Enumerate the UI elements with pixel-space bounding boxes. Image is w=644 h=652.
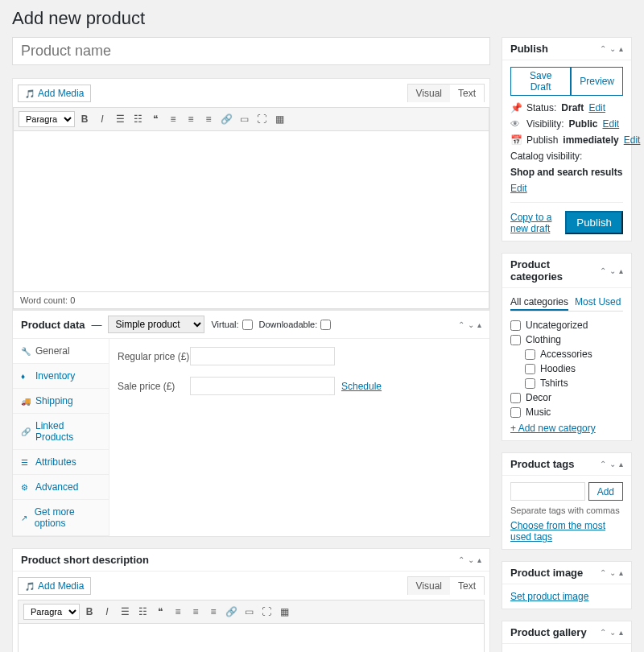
product-data-title: Product data [21,319,85,331]
bullet-list-icon[interactable]: ☰ [117,604,133,620]
caret-up-icon[interactable]: ▴ [619,44,623,53]
tab-get-more[interactable]: ↗Get more options [13,500,109,536]
quote-icon[interactable]: ❝ [147,111,163,127]
link-icon[interactable]: 🔗 [218,111,234,127]
toolbar-toggle-icon[interactable]: ▦ [271,111,287,127]
align-left-icon[interactable]: ≡ [170,604,186,620]
link-icon[interactable]: 🔗 [223,604,239,620]
caret-up-icon[interactable]: ▴ [477,555,481,564]
set-image-link[interactable]: Set product image [510,591,588,602]
fullscreen-icon[interactable]: ⛶ [254,111,270,127]
add-tag-button[interactable]: Add [588,482,623,501]
insert-more-icon[interactable]: ▭ [241,604,257,620]
chevron-down-icon[interactable]: ⌄ [609,44,616,53]
category-checkbox[interactable] [510,335,521,345]
chevron-up-icon[interactable]: ⌃ [600,460,606,468]
tag-input[interactable] [510,482,585,501]
product-type-select[interactable]: Simple product [108,316,204,333]
chevron-down-icon[interactable]: ⌄ [609,266,616,275]
italic-icon[interactable]: I [94,111,110,127]
tab-attributes[interactable]: ☰Attributes [13,450,109,475]
tab-all-categories[interactable]: All categories [510,295,568,311]
fullscreen-icon[interactable]: ⛶ [258,604,275,620]
save-draft-button[interactable]: Save Draft [510,67,571,96]
chevron-down-icon[interactable]: ⌄ [609,460,616,468]
downloadable-checkbox[interactable] [320,320,331,330]
align-left-icon[interactable]: ≡ [165,111,181,127]
content-editor[interactable] [13,131,489,292]
short-description-editor[interactable] [18,624,485,652]
calendar-icon: 📅 [510,134,522,146]
caret-up-icon[interactable]: ▴ [619,568,623,577]
quote-icon[interactable]: ❝ [152,604,168,620]
tab-visual[interactable]: Visual [408,85,450,102]
align-center-icon[interactable]: ≡ [188,604,204,620]
preview-button[interactable]: Preview [571,67,623,96]
chevron-up-icon[interactable]: ⌃ [458,555,464,564]
align-right-icon[interactable]: ≡ [200,111,217,127]
caret-up-icon[interactable]: ▴ [477,320,481,329]
short-description-title: Product short description [21,554,458,566]
category-checkbox[interactable] [525,349,535,360]
chevron-up-icon[interactable]: ⌃ [600,568,606,577]
align-right-icon[interactable]: ≡ [205,604,221,620]
chevron-down-icon[interactable]: ⌄ [609,568,616,577]
category-checkbox[interactable] [510,393,521,403]
format-select-short[interactable]: Paragraph [23,604,80,620]
gallery-title: Product gallery [510,626,600,638]
bold-icon[interactable]: B [76,111,93,127]
category-checkbox[interactable] [510,407,521,418]
sale-price-label: Sale price (£) [118,381,190,392]
product-name-input[interactable] [12,37,490,65]
chevron-up-icon[interactable]: ⌃ [600,44,606,53]
chevron-down-icon[interactable]: ⌄ [468,320,474,329]
choose-tags-link[interactable]: Choose from the most used tags [510,520,605,543]
add-new-category-link[interactable]: + Add new category [510,423,596,434]
tab-text[interactable]: Text [450,85,484,102]
tab-text-short[interactable]: Text [450,577,484,595]
tab-advanced[interactable]: ⚙Advanced [13,475,109,500]
bold-icon[interactable]: B [81,604,97,620]
chevron-up-icon[interactable]: ⌃ [600,266,606,275]
align-center-icon[interactable]: ≡ [183,111,199,127]
bullet-list-icon[interactable]: ☰ [112,111,128,127]
toolbar-toggle-icon[interactable]: ▦ [276,604,292,620]
regular-price-input[interactable] [190,347,335,365]
edit-date-link[interactable]: Edit [624,134,641,146]
category-item: Tshirts [510,376,623,390]
add-media-button-short[interactable]: Add Media [18,577,91,595]
tab-most-used[interactable]: Most Used [575,295,621,311]
tab-general[interactable]: 🔧General [13,339,109,364]
caret-up-icon[interactable]: ▴ [619,266,623,275]
virtual-checkbox[interactable] [242,320,253,330]
publish-button[interactable]: Publish [565,211,623,234]
numbered-list-icon[interactable]: ☷ [130,111,146,127]
edit-catalog-link[interactable]: Edit [510,183,527,194]
format-select[interactable]: Paragraph [19,111,75,127]
chevron-down-icon[interactable]: ⌄ [468,555,474,564]
sale-price-input[interactable] [190,377,335,395]
caret-up-icon[interactable]: ▴ [619,460,623,468]
chevron-down-icon[interactable]: ⌄ [609,628,616,637]
category-checkbox[interactable] [510,320,521,331]
tab-linked-products[interactable]: 🔗Linked Products [13,414,109,450]
add-media-button[interactable]: Add Media [18,85,91,102]
italic-icon[interactable]: I [99,604,115,620]
tab-inventory[interactable]: ♦Inventory [13,364,109,389]
tab-visual-short[interactable]: Visual [408,577,450,595]
copy-draft-link[interactable]: Copy to a new draft [510,212,565,234]
schedule-link[interactable]: Schedule [341,381,382,392]
numbered-list-icon[interactable]: ☷ [134,604,151,620]
category-checkbox[interactable] [525,364,535,374]
edit-visibility-link[interactable]: Edit [602,118,619,130]
insert-more-icon[interactable]: ▭ [236,111,252,127]
category-checkbox[interactable] [525,378,535,389]
category-item: Clothing [510,332,623,347]
edit-status-link[interactable]: Edit [588,102,605,113]
chevron-up-icon[interactable]: ⌃ [458,320,464,329]
chevron-up-icon[interactable]: ⌃ [600,628,606,637]
tab-shipping[interactable]: 🚚Shipping [13,389,109,414]
category-item: Decor [510,390,623,405]
caret-up-icon[interactable]: ▴ [619,628,623,637]
category-item: Music [510,405,623,419]
